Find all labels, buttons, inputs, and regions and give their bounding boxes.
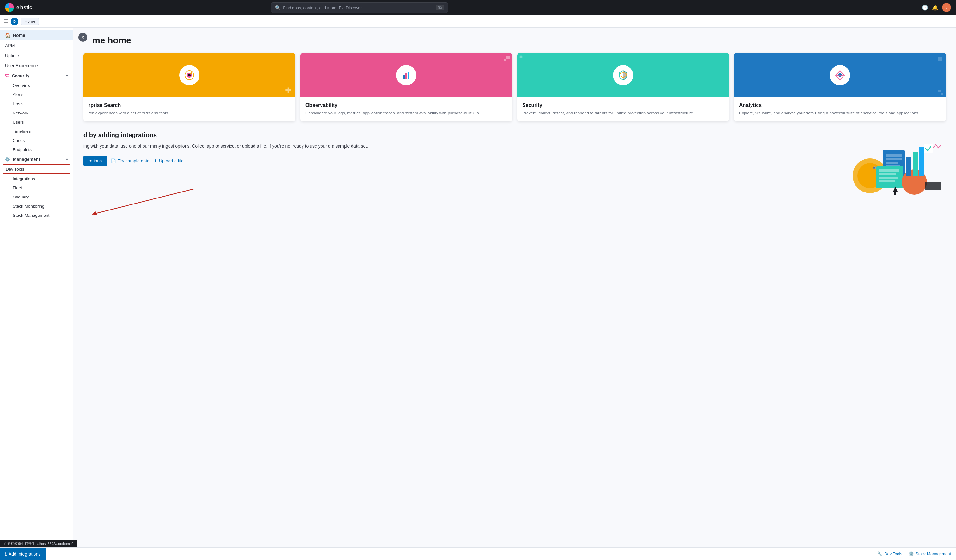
sidebar-item-uptime-label: Uptime <box>5 53 19 58</box>
sidebar-item-alerts[interactable]: Alerts <box>0 90 73 99</box>
elastic-logo-icon <box>5 3 14 12</box>
svg-rect-31 <box>925 182 941 190</box>
svg-rect-23 <box>879 180 895 182</box>
card-analytics[interactable]: Analytics Explore, visualize, and analyz… <box>734 53 946 121</box>
integration-section: d by adding integrations ing with your d… <box>83 132 946 201</box>
page-title: me home <box>92 35 946 45</box>
search-icon: 🔍 <box>275 5 280 10</box>
sidebar-item-apm[interactable]: APM <box>0 41 73 50</box>
sidebar-item-integrations[interactable]: Integrations <box>0 174 73 183</box>
sidebar-item-cases[interactable]: Cases <box>0 136 73 145</box>
card-body-analytics: Analytics Explore, visualize, and analyz… <box>734 97 946 121</box>
sample-data-icon: 📄 <box>111 158 116 163</box>
sidebar-item-home-label: Home <box>13 33 25 38</box>
svg-rect-6 <box>407 72 409 79</box>
analytics-card-icon <box>830 65 850 85</box>
management-gear-icon: ⚙️ <box>5 157 11 162</box>
sidebar-item-hosts[interactable]: Hosts <box>0 99 73 108</box>
security-chevron-icon: ▾ <box>66 74 68 78</box>
security-section-left: 🛡 Security <box>5 73 30 78</box>
card-header-analytics <box>734 53 946 97</box>
sidebar-item-overview[interactable]: Overview <box>0 81 73 90</box>
sidebar-item-uptime[interactable]: Uptime <box>0 50 73 61</box>
svg-rect-4 <box>403 75 405 79</box>
management-section-left: ⚙️ Management <box>5 157 40 162</box>
svg-rect-16 <box>886 158 902 160</box>
close-button[interactable]: ✕ <box>79 33 87 42</box>
search-bar[interactable]: 🔍 Find apps, content, and more. Ex: Disc… <box>271 2 448 13</box>
hamburger-icon[interactable]: ☰ <box>4 18 8 24</box>
sidebar-item-stack-monitoring[interactable]: Stack Monitoring <box>0 202 73 211</box>
add-integrations-button[interactable]: ℹ Add integrations <box>0 547 46 560</box>
layout: 🏠 Home APM Uptime User Experience 🛡 Secu… <box>0 28 956 560</box>
sidebar-section-security[interactable]: 🛡 Security ▾ <box>0 71 73 81</box>
security-shield-icon: 🛡 <box>5 73 9 78</box>
browser-tooltip: 在新标签页中打开"localhost:5602/app/home" <box>0 540 77 547</box>
analytics-card-title: Analytics <box>739 102 941 108</box>
card-body-enterprise-search: rprise Search rch experiences with a set… <box>83 97 295 121</box>
home-icon: 🏠 <box>5 33 11 38</box>
sidebar-item-dev-tools[interactable]: Dev Tools <box>3 164 71 174</box>
elastic-logo[interactable]: elastic <box>5 3 32 12</box>
sidebar-item-fleet[interactable]: Fleet <box>0 183 73 193</box>
sidebar-item-network[interactable]: Network <box>0 108 73 118</box>
upload-icon: ⬆ <box>153 158 157 163</box>
bottom-right: 🔧 Dev Tools ⚙️ Stack Management <box>877 551 951 556</box>
svg-rect-25 <box>906 157 911 176</box>
sidebar: 🏠 Home APM Uptime User Experience 🛡 Secu… <box>0 28 73 560</box>
bottom-bar: ℹ Add integrations 🔧 Dev Tools ⚙️ Stack … <box>0 547 956 560</box>
sidebar-item-apm-label: APM <box>5 43 14 48</box>
integrations-button[interactable]: rations <box>83 156 107 166</box>
sidebar-item-home[interactable]: 🏠 Home <box>0 30 73 41</box>
sample-data-button[interactable]: 📄 Try sample data <box>111 158 149 163</box>
second-bar: ☰ D Home <box>0 15 956 28</box>
svg-rect-17 <box>886 162 898 164</box>
search-placeholder: Find apps, content, and more. Ex: Discov… <box>283 5 433 10</box>
svg-rect-21 <box>879 174 896 176</box>
elastic-logo-text: elastic <box>16 5 32 11</box>
card-observability[interactable]: Observability Consolidate your logs, met… <box>300 53 512 121</box>
enterprise-search-icon <box>179 65 200 85</box>
analytics-card-desc: Explore, visualize, and analyze your dat… <box>739 110 941 116</box>
management-chevron-icon: ▾ <box>66 157 68 162</box>
svg-point-33 <box>873 167 875 169</box>
avatar[interactable]: e <box>942 3 951 12</box>
upload-file-button[interactable]: ⬆ Upload a file <box>153 158 184 163</box>
svg-rect-5 <box>405 73 407 79</box>
svg-rect-22 <box>879 177 898 179</box>
sidebar-item-user-experience-label: User Experience <box>5 63 38 68</box>
integration-actions: rations 📄 Try sample data ⬆ Upload a fil… <box>83 156 837 166</box>
sidebar-item-endpoints[interactable]: Endpoints <box>0 145 73 154</box>
card-enterprise-search[interactable]: ✚ rprise Search rch experiences with a s… <box>83 53 295 121</box>
stack-management-link[interactable]: ⚙️ Stack Management <box>909 551 951 556</box>
bell-icon[interactable]: 🔔 <box>932 5 938 11</box>
sidebar-item-user-experience[interactable]: User Experience <box>0 61 73 71</box>
enterprise-search-desc: rch experiences with a set of APIs and t… <box>88 110 290 116</box>
card-header-security <box>517 53 729 97</box>
sidebar-management-label: Management <box>13 157 40 162</box>
clock-icon[interactable]: 🕐 <box>922 5 928 11</box>
security-card-desc: Prevent, collect, detect, and respond to… <box>522 110 724 116</box>
sidebar-item-users[interactable]: Users <box>0 118 73 127</box>
stack-management-icon: ⚙️ <box>909 551 914 556</box>
integration-desc: ing with your data, use one of our many … <box>83 143 837 149</box>
sidebar-item-stack-management[interactable]: Stack Management <box>0 211 73 220</box>
sidebar-security-label: Security <box>12 73 30 78</box>
search-shortcut: ⌘/ <box>436 5 444 11</box>
card-header-enterprise-search: ✚ <box>83 53 295 97</box>
observability-title: Observability <box>305 102 507 108</box>
enterprise-search-title: rprise Search <box>88 102 290 108</box>
card-security[interactable]: Security Prevent, collect, detect, and r… <box>517 53 729 121</box>
sidebar-item-timelines[interactable]: Timelines <box>0 127 73 136</box>
svg-point-2 <box>188 74 190 77</box>
breadcrumb-home[interactable]: Home <box>21 18 39 25</box>
observability-desc: Consolidate your logs, metrics, applicat… <box>305 110 507 116</box>
svg-rect-15 <box>886 154 902 157</box>
bottom-left: ℹ Add integrations <box>0 547 46 560</box>
cards-row: ✚ rprise Search rch experiences with a s… <box>83 53 946 121</box>
dev-tools-icon: 🔧 <box>877 551 882 556</box>
sidebar-section-management[interactable]: ⚙️ Management ▾ <box>0 154 73 164</box>
svg-rect-28 <box>924 144 932 153</box>
dev-tools-link[interactable]: 🔧 Dev Tools <box>877 551 902 556</box>
sidebar-item-osquery[interactable]: Osquery <box>0 193 73 202</box>
